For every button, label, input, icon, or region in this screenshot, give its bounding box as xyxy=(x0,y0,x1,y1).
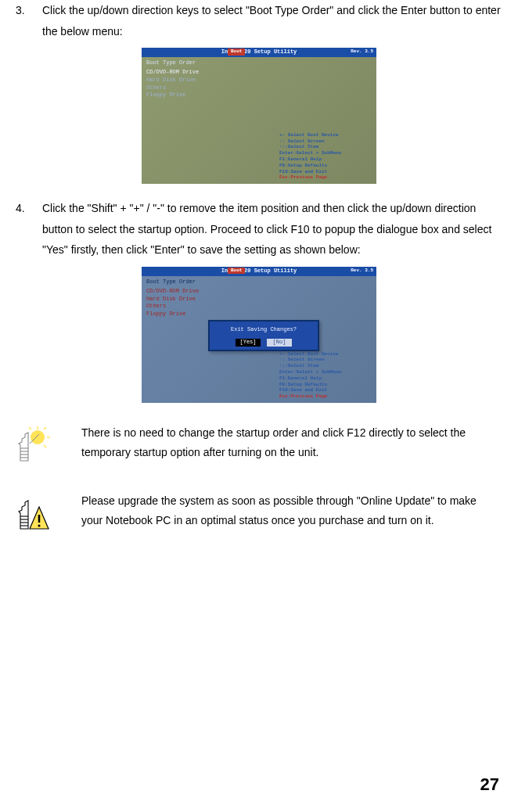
dialog-msg: Exit Saving Changes? xyxy=(213,326,315,334)
bios-item: Others xyxy=(146,84,372,92)
bios-item: Floppy Drive xyxy=(146,92,372,99)
bios-list: CD/DVD-ROM Drive Hard Disk Drive Others … xyxy=(142,69,376,99)
bios-heading: Boot Type Order xyxy=(142,276,376,288)
bios-screenshot-2: InsydeH20 Setup Utility Boot Rev. 3.5 Bo… xyxy=(142,267,376,403)
bios-item: Floppy Drive xyxy=(146,311,372,318)
svg-line-9 xyxy=(29,427,31,429)
step-4: 4. Click the "Shift" + "+" / "-" to remo… xyxy=(16,198,502,260)
bios-dialog: Exit Saving Changes? [Yes][No] xyxy=(208,320,319,351)
svg-point-4 xyxy=(31,430,45,444)
warning-icon xyxy=(16,491,59,539)
bios-tab: Boot xyxy=(228,268,245,274)
bios-item: Hard Disk Drive xyxy=(146,77,372,84)
bios-list: CD/DVD-ROM Drive Hard Disk Drive Others … xyxy=(142,288,376,318)
bios-rev: Rev. 3.5 xyxy=(351,49,373,55)
step-number: 4. xyxy=(16,198,34,260)
tip-callout: There is no need to change the startup o… xyxy=(16,423,502,471)
warning-callout: Please upgrade the system as soon as pos… xyxy=(16,491,502,539)
svg-line-7 xyxy=(44,427,46,429)
bios-item: Hard Disk Drive xyxy=(146,296,372,304)
warning-text: Please upgrade the system as soon as pos… xyxy=(59,491,502,530)
step-text: Click the "Shift" + "+" / "-" to remove … xyxy=(34,198,502,260)
lightbulb-icon xyxy=(16,423,59,471)
svg-line-8 xyxy=(44,445,46,447)
step-text: Click the up/down direction keys to sele… xyxy=(34,0,502,41)
bios-help: +- Select Boot Device ↑↓ Select Screen ↑… xyxy=(279,132,373,181)
bios-item: CD/DVD-ROM Drive xyxy=(146,69,372,77)
bios-item: CD/DVD-ROM Drive xyxy=(146,288,372,296)
tip-text: There is no need to change the startup o… xyxy=(59,423,502,462)
page-number: 27 xyxy=(480,768,499,801)
bios-item: Others xyxy=(146,303,372,311)
svg-point-16 xyxy=(38,524,40,526)
bios-screenshot-1: InsydeH20 Setup Utility Boot Rev. 3.5 Bo… xyxy=(142,48,376,184)
bios-rev: Rev. 3.5 xyxy=(351,268,373,274)
step-number: 3. xyxy=(16,0,34,41)
dialog-no: [No] xyxy=(267,339,292,347)
bios-help: +- Select Boot Device ↑↓ Select Screen ↑… xyxy=(279,351,373,400)
dialog-yes: [Yes] xyxy=(236,339,261,347)
step-3: 3. Click the up/down direction keys to s… xyxy=(16,0,502,41)
bios-heading: Boot Type Order xyxy=(142,57,376,69)
bios-tab: Boot xyxy=(228,49,245,55)
